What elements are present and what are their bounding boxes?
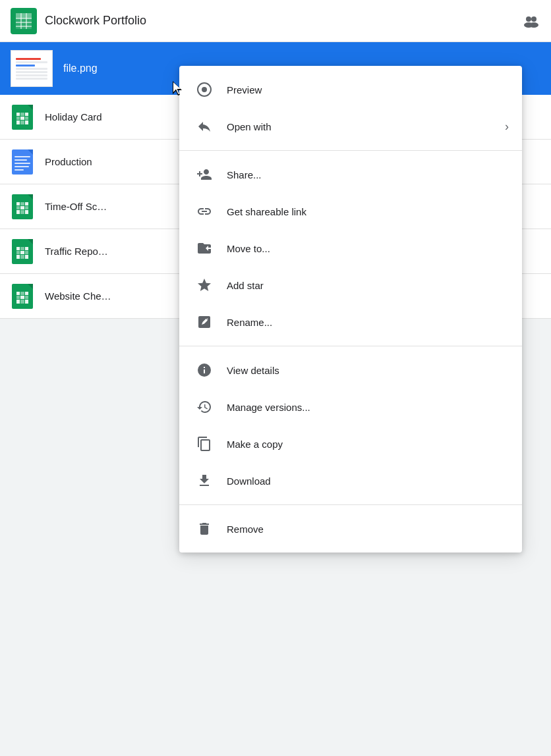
menu-divider — [179, 346, 522, 346]
sheets-icon — [11, 195, 34, 219]
svg-point-8 — [526, 16, 531, 22]
copy-icon — [192, 432, 216, 456]
share-icon — [192, 163, 216, 186]
info-icon — [192, 358, 216, 382]
svg-point-13 — [202, 87, 207, 92]
docs-icon — [11, 150, 34, 174]
download-icon — [192, 469, 216, 493]
file-name: Holiday Card — [45, 111, 102, 122]
file-name: Website Che… — [45, 290, 111, 302]
file-name: Time-Off Sc… — [45, 201, 107, 212]
menu-item-label: Remove — [227, 524, 509, 535]
selected-file-name: file.png — [63, 63, 98, 74]
menu-item-preview[interactable]: Preview — [179, 71, 522, 108]
menu-item-label: Open with — [227, 121, 505, 132]
menu-item-download[interactable]: Download — [179, 462, 522, 499]
moveto-icon — [192, 236, 216, 260]
svg-rect-7 — [16, 13, 32, 18]
app-title: Clockwork Portfolio — [45, 14, 522, 28]
menu-item-label: Share... — [227, 169, 509, 180]
openwith-icon — [192, 115, 216, 138]
people-icon[interactable] — [522, 14, 540, 28]
menu-divider — [179, 150, 522, 151]
file-name: Production — [45, 156, 92, 167]
svg-rect-17 — [204, 367, 205, 368]
svg-rect-16 — [204, 369, 205, 373]
menu-item-manage-versions[interactable]: Manage versions... — [179, 389, 522, 425]
menu-item-move-to[interactable]: Move to... — [179, 230, 522, 267]
svg-point-9 — [531, 16, 536, 22]
svg-point-11 — [529, 22, 538, 28]
menu-item-label: Add star — [227, 280, 509, 291]
menu-item-label: Make a copy — [227, 439, 509, 450]
menu-item-label: View details — [227, 365, 509, 376]
menu-item-label: Get shareable link — [227, 206, 509, 217]
menu-item-make-copy[interactable]: Make a copy — [179, 425, 522, 462]
menu-item-remove[interactable]: Remove — [179, 510, 522, 547]
app-header: Clockwork Portfolio — [0, 0, 551, 42]
menu-item-label: Rename... — [227, 317, 509, 328]
menu-item-view-details[interactable]: View details — [179, 352, 522, 389]
sheets-icon — [11, 240, 34, 263]
menu-item-label: Preview — [227, 84, 509, 95]
file-thumbnail — [11, 50, 53, 87]
menu-item-share[interactable]: Share... — [179, 156, 522, 193]
app-logo — [11, 8, 37, 34]
star-icon — [192, 273, 216, 297]
preview-icon — [192, 78, 216, 101]
menu-item-shareable-link[interactable]: Get shareable link — [179, 193, 522, 230]
menu-item-rename[interactable]: Rename... — [179, 304, 522, 340]
sheets-icon — [11, 105, 34, 129]
menu-item-open-with[interactable]: Open with › — [179, 108, 522, 145]
link-icon — [192, 200, 216, 223]
menu-item-label: Manage versions... — [227, 402, 509, 413]
file-name: Traffic Repo… — [45, 246, 108, 257]
menu-item-label: Move to... — [227, 243, 509, 254]
context-menu: Preview Open with › Share... Get shareab… — [179, 66, 522, 553]
menu-item-label: Download — [227, 475, 509, 487]
remove-icon — [192, 517, 216, 541]
sheets-icon — [11, 284, 34, 308]
menu-divider — [179, 504, 522, 505]
history-icon — [192, 395, 216, 419]
rename-icon — [192, 310, 216, 334]
menu-item-add-star[interactable]: Add star — [179, 267, 522, 304]
submenu-arrow: › — [505, 120, 509, 134]
